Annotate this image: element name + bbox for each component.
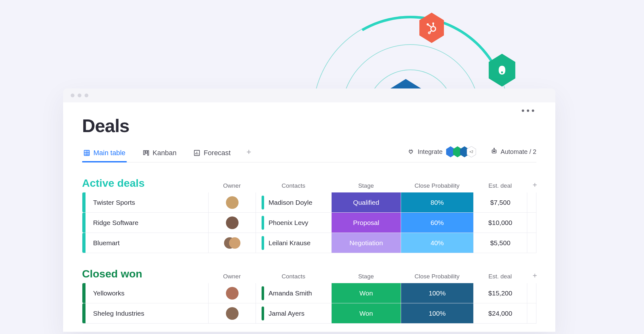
contact-cell[interactable]: Phoenix Levy xyxy=(256,213,332,233)
chart-icon xyxy=(193,149,200,156)
add-column-button[interactable]: + xyxy=(527,271,543,280)
probability-cell[interactable]: 60% xyxy=(401,213,474,233)
stage-cell[interactable]: Won xyxy=(332,283,401,303)
table-row[interactable]: Yelloworks Amanda Smith Won 100% $15,200 xyxy=(82,283,536,303)
automate-label: Automate / 2 xyxy=(501,148,536,155)
column-stage: Stage xyxy=(331,182,401,189)
deal-name-cell[interactable]: Twister Sports xyxy=(82,192,209,212)
owner-cell[interactable] xyxy=(209,233,256,253)
svg-point-24 xyxy=(493,151,494,151)
tab-label: Forecast xyxy=(204,149,231,157)
add-column-button[interactable]: + xyxy=(527,180,543,189)
svg-rect-17 xyxy=(145,151,147,153)
est-deal-cell[interactable]: $5,500 xyxy=(474,233,527,253)
svg-rect-18 xyxy=(147,151,149,155)
stage-cell[interactable]: Proposal xyxy=(332,213,401,233)
column-prob: Close Probability xyxy=(401,182,473,189)
tab-label: Kanban xyxy=(153,149,177,157)
probability-cell[interactable]: 80% xyxy=(401,192,474,212)
column-prob: Close Probability xyxy=(401,273,473,280)
owner-cell[interactable] xyxy=(209,192,256,212)
deal-name-cell[interactable]: Ridge Software xyxy=(82,213,209,233)
svg-point-10 xyxy=(501,71,503,73)
probability-cell[interactable]: 40% xyxy=(401,233,474,253)
integrate-label: Integrate xyxy=(418,148,443,155)
table-row[interactable]: Bluemart Leilani Krause Negotiation 40% … xyxy=(82,233,536,253)
robot-icon xyxy=(491,148,498,156)
aircall-icon xyxy=(488,54,516,87)
group-title[interactable]: Active deals xyxy=(82,177,208,189)
table-row[interactable]: Twister Sports Madison Doyle Qualified 8… xyxy=(82,192,536,213)
group-title[interactable]: Closed won xyxy=(82,268,208,280)
probability-cell[interactable]: 100% xyxy=(401,283,474,303)
column-contacts: Contacts xyxy=(256,182,331,189)
deal-name-cell[interactable]: Sheleg Industries xyxy=(82,303,209,323)
plug-icon xyxy=(408,148,415,156)
svg-point-9 xyxy=(428,32,430,34)
contact-cell[interactable]: Jamal Ayers xyxy=(256,303,332,323)
contact-cell[interactable]: Amanda Smith xyxy=(256,283,332,303)
window-traffic-lights xyxy=(63,88,555,102)
tab-main-table[interactable]: Main table xyxy=(82,146,127,162)
kanban-icon xyxy=(143,149,150,156)
avatar xyxy=(224,237,240,249)
integrate-button[interactable]: Integrate +2 xyxy=(408,146,476,161)
est-deal-cell[interactable]: $15,200 xyxy=(474,283,527,303)
est-deal-cell[interactable]: $24,000 xyxy=(474,303,527,323)
table-row[interactable]: Sheleg Industries Jamal Ayers Won 100% $… xyxy=(82,303,536,324)
svg-point-5 xyxy=(427,23,429,26)
probability-cell[interactable]: 100% xyxy=(401,303,474,323)
svg-point-27 xyxy=(493,148,494,149)
tab-label: Main table xyxy=(93,149,126,157)
group-active-deals: Active deals Owner Contacts Stage Close … xyxy=(82,177,536,253)
stage-cell[interactable]: Negotiation xyxy=(332,233,401,253)
view-tabs: Main table Kanban Forecast + Int xyxy=(82,146,536,162)
grid-icon xyxy=(83,149,90,156)
stage-cell[interactable]: Qualified xyxy=(332,192,401,212)
avatar xyxy=(226,287,239,300)
deal-name-cell[interactable]: Yelloworks xyxy=(82,283,209,303)
avatar xyxy=(226,307,239,320)
page-title: Deals xyxy=(82,115,536,136)
svg-rect-16 xyxy=(143,151,145,155)
est-deal-cell[interactable]: $10,000 xyxy=(474,213,527,233)
more-menu-button[interactable]: ••• xyxy=(522,106,536,116)
tab-forecast[interactable]: Forecast xyxy=(192,146,232,162)
column-owner: Owner xyxy=(208,273,256,280)
add-view-button[interactable]: + xyxy=(246,147,251,161)
integrate-badges: +2 xyxy=(446,146,476,157)
automate-button[interactable]: Automate / 2 xyxy=(491,148,536,161)
column-owner: Owner xyxy=(208,182,256,189)
column-stage: Stage xyxy=(331,273,401,280)
svg-rect-11 xyxy=(84,150,90,156)
column-est: Est. deal xyxy=(473,273,527,280)
est-deal-cell[interactable]: $7,500 xyxy=(474,192,527,212)
app-window: ••• Deals Main table Kanban Forecast xyxy=(63,88,555,332)
owner-cell[interactable] xyxy=(209,303,256,323)
avatar xyxy=(226,196,239,209)
table-row[interactable]: Ridge Software Phoenix Levy Proposal 60%… xyxy=(82,213,536,233)
hubspot-icon xyxy=(418,13,445,43)
avatar xyxy=(226,216,239,229)
column-est: Est. deal xyxy=(473,182,527,189)
stage-cell[interactable]: Won xyxy=(332,303,401,323)
column-contacts: Contacts xyxy=(256,273,331,280)
owner-cell[interactable] xyxy=(209,283,256,303)
group-closed-won: Closed won Owner Contacts Stage Close Pr… xyxy=(82,268,536,324)
tab-kanban[interactable]: Kanban xyxy=(141,146,178,162)
contact-cell[interactable]: Leilani Krause xyxy=(256,233,332,253)
svg-point-25 xyxy=(494,151,495,151)
contact-cell[interactable]: Madison Doyle xyxy=(256,192,332,212)
svg-point-7 xyxy=(432,22,434,24)
owner-cell[interactable] xyxy=(209,213,256,233)
deal-name-cell[interactable]: Bluemart xyxy=(82,233,209,253)
